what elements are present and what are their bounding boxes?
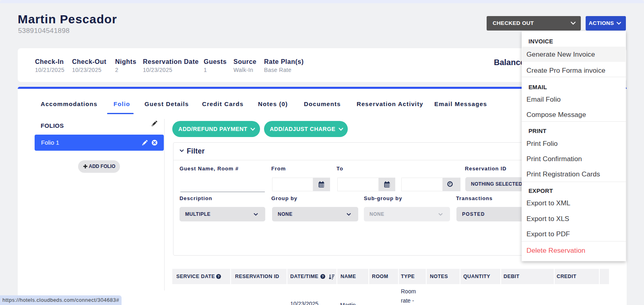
- svg-text:?: ?: [322, 274, 324, 278]
- svg-text:?: ?: [217, 274, 220, 278]
